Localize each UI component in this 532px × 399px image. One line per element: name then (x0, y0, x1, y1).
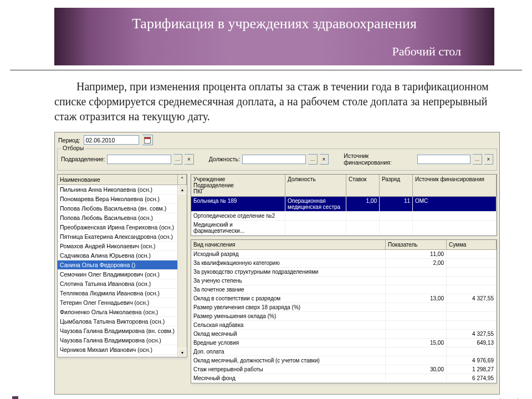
table-row[interactable]: За почетное звание (191, 285, 497, 294)
watermark: myshared.ru (485, 397, 529, 399)
calc-header-sum[interactable]: Сумма (447, 240, 497, 250)
table-row[interactable]: Оклад месячный, должностной (с учетом ст… (191, 356, 497, 365)
inst-header-grade[interactable]: Разряд (380, 175, 413, 197)
finsrc-filter-clear-button[interactable]: × (484, 154, 493, 165)
table-row[interactable]: За ученую степень (191, 277, 497, 285)
horizontal-scrollbar-left[interactable] (57, 359, 187, 368)
bullet-square-icon (12, 396, 18, 399)
inst-header-org-line3: ПКГ (193, 188, 283, 195)
table-row[interactable]: За квалификационную категорию2,00 (191, 259, 497, 268)
table-row[interactable]: Размер уменьшения оклада (%) (191, 312, 497, 321)
table-row[interactable]: Доп. оплата (191, 347, 497, 356)
list-item[interactable]: Пономарева Вера Николаевна (осн.) (58, 195, 187, 204)
list-item[interactable]: Пильнина Анна Николаевна (осн.) (58, 185, 187, 195)
calendar-icon (144, 137, 151, 144)
list-item[interactable]: Цымбалова Татьяна Викторовна (осн.) (58, 317, 187, 326)
filters-legend: Отборы (61, 145, 85, 151)
finsrc-filter-ellipsis-button[interactable]: … (473, 154, 482, 165)
calc-header-kind[interactable]: Вид начисления (191, 240, 386, 250)
names-list[interactable]: ▴ ▾ Пильнина Анна Николаевна (осн.)Поном… (58, 185, 187, 357)
period-label: Период: (58, 137, 80, 144)
table-row[interactable]: Вредные условия15,00649,13 (191, 339, 497, 347)
inst-header-org-line1: Учреждение (193, 176, 283, 182)
table-row[interactable]: Исходный разряд11,00 (191, 250, 497, 259)
position-filter-input[interactable] (242, 155, 306, 164)
position-filter-label: Должность: (209, 156, 240, 162)
institution-grid: Учреждение Подразделение ПКГ Должность С… (191, 174, 497, 236)
list-item[interactable]: Семочкин Олег Владимирович (осн.) (58, 270, 187, 279)
calc-header-indicator[interactable]: Показатель (386, 240, 447, 250)
list-item[interactable]: Попова Любовь Васильевна (вн. совм.) (58, 204, 187, 213)
inst-header-org-line2: Подразделение (193, 182, 283, 188)
table-row[interactable]: Сельская надбавка (191, 321, 497, 330)
calc-body[interactable]: Исходный разряд11,00За квалификационную … (191, 250, 497, 383)
table-row[interactable]: Ортопедическое отделение №2 (191, 212, 497, 221)
filters-fieldset: Отборы Подразделение: …× Должность: …× И… (57, 149, 497, 171)
finsrc-filter-input[interactable] (417, 155, 470, 164)
period-input[interactable]: 02.06.2010 (84, 135, 139, 145)
slide-title: Тарификация в учреждениях здравоохранени… (71, 16, 478, 32)
divider (10, 70, 522, 70)
scroll-up-icon[interactable]: ˄ (178, 175, 187, 185)
list-item[interactable]: Садчикова Алина Юрьевна (осн.) (58, 251, 187, 260)
list-item[interactable]: Чаузова Галина Владимировна (осн.) (58, 336, 187, 345)
names-grid: Наименование ˄ ▴ ▾ Пильнина Анна Николае… (57, 174, 187, 357)
dept-filter-input[interactable] (107, 155, 171, 164)
position-filter-clear-button[interactable]: × (320, 154, 329, 165)
list-item[interactable]: Тетерин Олег Геннадьевич (осн.) (58, 298, 187, 308)
dept-filter-label: Подразделение: (61, 156, 105, 162)
list-item[interactable]: Пятница Екатерина Александровна (осн.) (58, 232, 187, 242)
scroll-down-button[interactable]: ▾ (178, 348, 187, 357)
dept-filter-ellipsis-button[interactable]: … (173, 154, 182, 165)
inst-header-rate[interactable]: Ставок (346, 175, 380, 197)
table-row[interactable]: Размер увеличения сверх 18 разряда (%) (191, 303, 497, 312)
table-row[interactable]: Больница № 189Операционная медицинская с… (191, 197, 497, 212)
slide-subtitle: Рабочий стол (71, 44, 478, 59)
list-item[interactable]: Теплякова Людмила Ивановна (осн.) (58, 289, 187, 298)
vertical-scrollbar[interactable]: ▴ ▾ (177, 185, 187, 357)
finsrc-filter-label: Источник финансирования: (344, 152, 415, 166)
table-row[interactable]: Оклад месячный4 327,55 (191, 330, 497, 339)
names-header[interactable]: Наименование (58, 175, 178, 185)
list-item[interactable]: Чаузова Галина Владимировна (вн. совм.) (58, 326, 187, 336)
table-row[interactable]: Оклад в соответствии с разрядом13,004 32… (191, 294, 497, 303)
calendar-button[interactable] (142, 135, 153, 145)
list-item[interactable]: Черников Михаил Иванович (осн.) (58, 345, 187, 355)
list-item[interactable]: Преображенская Ирина Генриховна (осн.) (58, 223, 187, 232)
scroll-up-button[interactable]: ▴ (178, 185, 187, 194)
position-filter-ellipsis-button[interactable]: … (308, 154, 317, 165)
list-item[interactable]: Шимко Маргарита Федоровна (осн.) (58, 355, 187, 357)
inst-header-position[interactable]: Должность (285, 175, 346, 197)
dept-filter-clear-button[interactable]: × (185, 154, 193, 165)
app-window: Период: 02.06.2010 Отборы Подразделение:… (54, 132, 500, 395)
table-row[interactable]: За руководство структурными подразделени… (191, 268, 497, 277)
period-toolbar: Период: 02.06.2010 (55, 132, 499, 147)
horizontal-scrollbar-right[interactable] (191, 385, 497, 394)
slide-paragraph: Например, при изменения процента оплаты … (54, 79, 494, 124)
institution-body[interactable]: Больница № 189Операционная медицинская с… (191, 197, 497, 236)
list-item[interactable]: Ромахов Андрей Николаевич (осн.) (58, 242, 187, 251)
inst-header-org[interactable]: Учреждение Подразделение ПКГ (191, 175, 285, 197)
table-row[interactable]: Медицинский и фармацевтически... (191, 221, 497, 236)
slide-title-box: Тарификация в учреждениях здравоохранени… (54, 8, 494, 65)
table-row[interactable]: Стаж непрерывной работы30,001 298,27 (191, 365, 497, 374)
list-item[interactable]: Филоненко Ольга Николаевна (осн.) (58, 308, 187, 317)
list-item[interactable]: Слотина Татьяна Ивановна (осн.) (58, 279, 187, 289)
list-item[interactable]: Санина Ольга Федоровна () (58, 260, 187, 270)
list-item[interactable]: Попова Любовь Васильевна (осн.) (58, 213, 187, 223)
table-row[interactable]: Месячный фонд6 274,95 (191, 374, 497, 383)
calc-grid: Вид начисления Показатель Сумма Исходный… (191, 239, 497, 383)
inst-header-src[interactable]: Источник финансирования (413, 175, 497, 197)
